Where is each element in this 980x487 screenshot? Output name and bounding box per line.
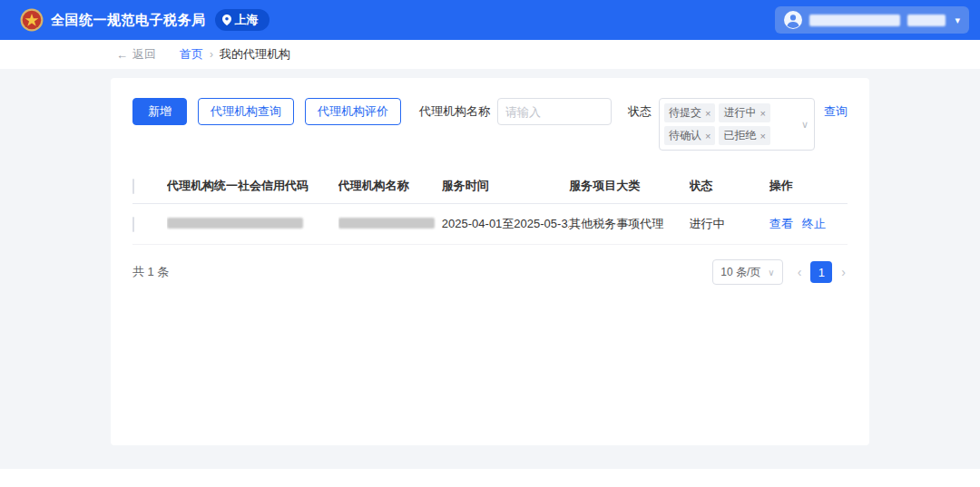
back-button[interactable]: ← 返回: [116, 46, 156, 63]
filter-toolbar: 新增 代理机构查询 代理机构评价 代理机构名称 状态 待提交 × 进行中 × 待…: [132, 98, 848, 151]
view-link[interactable]: 查看: [769, 217, 793, 230]
pager: ‹ 1 ›: [796, 261, 848, 283]
top-header-bar: 全国统一规范电子税务局 上海 ▾: [0, 0, 980, 40]
status-tag: 待提交 ×: [664, 103, 715, 122]
table-header-row: 代理机构统一社会信用代码 代理机构名称 服务时间 服务项目大类 状态 操作: [132, 169, 848, 204]
status-cell: 进行中: [690, 204, 769, 245]
back-arrow-icon: ←: [116, 48, 128, 62]
service-category-cell: 其他税务事项代理: [569, 204, 689, 245]
breadcrumb-current: 我的代理机构: [220, 46, 290, 63]
tag-close-icon[interactable]: ×: [760, 131, 765, 141]
redacted-credit-code: [167, 218, 303, 229]
tag-close-icon[interactable]: ×: [760, 108, 765, 119]
breadcrumb-separator-icon: ›: [210, 48, 213, 61]
col-header-status: 状态: [690, 169, 769, 204]
region-label: 上海: [235, 12, 259, 28]
national-emblem-logo-icon: [20, 8, 44, 32]
redacted-user-id: [907, 15, 946, 26]
col-header-actions: 操作: [769, 169, 848, 204]
total-count: 共 1 条: [132, 264, 169, 280]
page-size-select[interactable]: 10 条/页 ∨: [712, 259, 782, 285]
breadcrumb-bar: ← 返回 首页 › 我的代理机构: [0, 40, 980, 69]
chevron-down-icon: ∨: [768, 268, 774, 278]
agency-table: 代理机构统一社会信用代码 代理机构名称 服务时间 服务项目大类 状态 操作 20…: [132, 169, 848, 245]
tag-close-icon[interactable]: ×: [705, 131, 710, 141]
location-pin-icon: [222, 15, 231, 25]
region-selector[interactable]: 上海: [215, 9, 270, 31]
page-background: 新增 代理机构查询 代理机构评价 代理机构名称 状态 待提交 × 进行中 × 待…: [0, 69, 980, 469]
pagination-controls: 10 条/页 ∨ ‹ 1 ›: [712, 259, 848, 285]
agency-query-button[interactable]: 代理机构查询: [198, 98, 294, 125]
col-header-service-time: 服务时间: [442, 169, 569, 204]
user-menu-caret-down-icon: ▾: [955, 15, 960, 26]
table-row: 2025-04-01至2025-05-31 其他税务事项代理 进行中 查看终止: [132, 204, 848, 245]
agency-list-card: 新增 代理机构查询 代理机构评价 代理机构名称 状态 待提交 × 进行中 × 待…: [111, 78, 869, 445]
status-tag: 待确认 ×: [664, 126, 715, 145]
app-title: 全国统一规范电子税务局: [51, 12, 206, 29]
terminate-link[interactable]: 终止: [802, 217, 826, 230]
search-button[interactable]: 查询: [815, 98, 848, 125]
tag-close-icon[interactable]: ×: [705, 108, 710, 119]
agency-name-input[interactable]: [497, 98, 612, 125]
redacted-agency-name: [338, 218, 435, 229]
breadcrumb-home-link[interactable]: 首页: [180, 46, 203, 63]
page-number-button[interactable]: 1: [810, 261, 832, 283]
status-tag: 已拒绝 ×: [719, 126, 769, 145]
select-all-checkbox[interactable]: [132, 179, 134, 194]
agency-name-label: 代理机构名称: [419, 98, 490, 125]
status-multiselect[interactable]: 待提交 × 进行中 × 待确认 × 已拒绝 × ∨: [659, 98, 815, 151]
back-label: 返回: [132, 46, 156, 63]
agency-evaluate-button[interactable]: 代理机构评价: [305, 98, 401, 125]
status-tag-label: 进行中: [723, 105, 756, 121]
avatar-icon: [784, 11, 802, 29]
col-header-credit-code: 代理机构统一社会信用代码: [167, 169, 338, 204]
prev-page-button[interactable]: ‹: [796, 265, 804, 279]
status-label: 状态: [628, 98, 652, 125]
status-tag-label: 待提交: [669, 105, 701, 121]
actions-cell: 查看终止: [769, 204, 848, 245]
redacted-user-name: [809, 15, 900, 26]
service-time-cell: 2025-04-01至2025-05-31: [442, 204, 569, 245]
breadcrumb: 首页 › 我的代理机构: [180, 46, 290, 63]
table-footer: 共 1 条 10 条/页 ∨ ‹ 1 ›: [132, 259, 848, 285]
user-account-menu[interactable]: ▾: [775, 6, 969, 34]
col-header-service-category: 服务项目大类: [569, 169, 689, 204]
status-tag-label: 已拒绝: [723, 128, 756, 143]
status-tag-label: 待确认: [669, 128, 701, 143]
row-checkbox[interactable]: [132, 217, 134, 232]
add-button[interactable]: 新增: [132, 98, 187, 125]
col-header-agency-name: 代理机构名称: [338, 169, 442, 204]
next-page-button[interactable]: ›: [839, 265, 848, 279]
status-tag: 进行中 ×: [719, 103, 769, 122]
chevron-down-icon: ∨: [801, 119, 808, 131]
page-size-value: 10 条/页: [720, 265, 760, 280]
